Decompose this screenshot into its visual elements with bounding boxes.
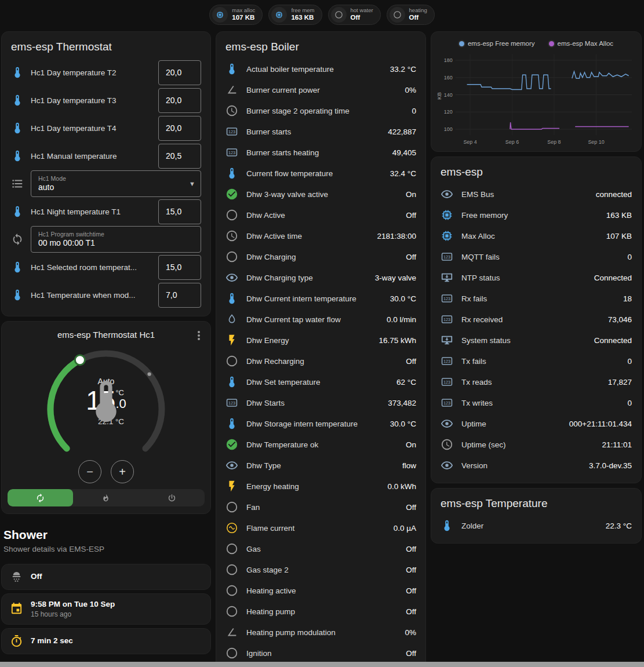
hc1-day-temperature-t4-input[interactable] xyxy=(158,116,201,141)
boiler-row-dhw-set-temperature[interactable]: Dhw Set temperature62 °C xyxy=(225,371,416,392)
boiler-row-dhw-3-way-valve-active[interactable]: Dhw 3-way valve activeOn xyxy=(225,184,416,205)
badge-free-mem[interactable]: free mem163 KB xyxy=(268,5,322,25)
emsesp-row-mqtt-fails[interactable]: 123MQTT fails0 xyxy=(441,246,632,267)
boiler-row-burner-starts-heating[interactable]: 123Burner starts heating49,405 xyxy=(225,142,416,163)
temperature-row-zolder[interactable]: Zolder22.3 °C xyxy=(441,515,632,536)
badge-hot-water[interactable]: hot waterOff xyxy=(328,5,381,25)
emsesp-row-uptime[interactable]: Uptime000+21:11:01.434 xyxy=(441,413,632,434)
boiler-row-ignition[interactable]: IgnitionOff xyxy=(225,643,416,664)
hc1-temperature-when-mod-input[interactable] xyxy=(158,283,201,308)
entity-label: Hc1 Night temperature T1 xyxy=(31,207,151,216)
boiler-row-dhw-charging-type[interactable]: Dhw Charging type3-way valve xyxy=(225,267,416,288)
svg-text:180: 180 xyxy=(444,57,453,63)
hc1-night-temperature-t1-input[interactable] xyxy=(158,199,201,224)
boiler-row-flame-current[interactable]: Flame current0.0 µA xyxy=(225,517,416,538)
thermostat-row-hc1-day-temperature-t4: Hc1 Day temperature T4 xyxy=(11,114,201,142)
emsesp-row-tx-fails[interactable]: 123Tx fails0 xyxy=(441,351,632,371)
entity-value: 0 xyxy=(627,399,632,407)
hvac-mode-off-button[interactable] xyxy=(139,489,205,506)
shower-card-subtitle: 15 hours ago xyxy=(31,610,115,618)
autorenew-icon xyxy=(35,493,45,503)
boiler-row-gas-stage-2[interactable]: Gas stage 2Off xyxy=(225,559,416,580)
badge-label: max alloc xyxy=(232,8,255,14)
shower-card-7-min-2-sec[interactable]: 7 min 2 sec xyxy=(1,628,211,654)
boiler-row-dhw-temperature-ok[interactable]: Dhw Temperature okOn xyxy=(225,434,416,455)
hc1-mode-select[interactable]: Hc1 Modeauto▼ xyxy=(31,170,201,197)
badge-heating[interactable]: heatingOff xyxy=(387,5,435,25)
angle-icon xyxy=(225,83,238,96)
circle-outline-icon xyxy=(225,355,238,367)
legend-item-ems-esp-max-alloc[interactable]: ems-esp Max Alloc xyxy=(549,40,614,47)
boiler-row-burner-starts[interactable]: 123Burner starts422,887 xyxy=(225,121,416,142)
boiler-row-dhw-storage-intern-temperature[interactable]: Dhw Storage intern temperature30.0 °C xyxy=(225,413,416,434)
thermostat-row-hc1-day-temperature-t2: Hc1 Day temperature T2 xyxy=(11,59,201,86)
emsesp-row-system-status[interactable]: System statusConnected xyxy=(441,330,632,351)
boiler-row-heating-pump-modulation[interactable]: Heating pump modulation0% xyxy=(225,622,416,643)
emsesp-row-ems-bus[interactable]: EMS Busconnected xyxy=(441,184,632,205)
boiler-row-burner-current-power[interactable]: Burner current power0% xyxy=(225,79,416,100)
entity-label: Dhw Active xyxy=(246,211,398,220)
horizontal-scrollbar[interactable] xyxy=(0,662,644,667)
dashboard: ems-esp Thermostat Hc1 Day temperature T… xyxy=(0,31,644,667)
hc1-day-temperature-t3-input[interactable] xyxy=(158,88,201,113)
entity-label: Gas xyxy=(246,545,398,553)
boiler-row-burner-stage-2-operating-time[interactable]: Burner stage 2 operating time0 xyxy=(225,100,416,121)
shower-card-off[interactable]: Off xyxy=(1,564,211,590)
emsesp-row-tx-reads[interactable]: 123Tx reads17,827 xyxy=(441,371,632,392)
emsesp-row-tx-writes[interactable]: 123Tx writes0 xyxy=(441,392,632,413)
thermometer-icon xyxy=(11,94,24,107)
boiler-row-dhw-active-time[interactable]: Dhw Active time2181:38:00 xyxy=(225,225,416,246)
emsesp-row-ntp-status[interactable]: NTP statusConnected xyxy=(441,267,632,288)
more-menu-icon[interactable] xyxy=(192,329,206,342)
thermostat-dial[interactable]: Auto 15 °C .0 22.1 °C xyxy=(38,343,174,480)
thermostat-settings-card: ems-esp Thermostat Hc1 Day temperature T… xyxy=(1,31,211,316)
emsesp-row-max-alloc[interactable]: Max Alloc107 KB xyxy=(441,225,632,246)
temperature-decrease-button[interactable]: − xyxy=(78,460,101,483)
boiler-row-dhw-active[interactable]: Dhw ActiveOff xyxy=(225,205,416,225)
emsesp-row-rx-received[interactable]: 123Rx received73,046 xyxy=(441,309,632,330)
boiler-row-dhw-starts[interactable]: 123Dhw Starts373,482 xyxy=(225,392,416,413)
boiler-row-dhw-current-intern-temperature[interactable]: Dhw Current intern temperature30.0 °C xyxy=(225,288,416,309)
entity-label: Dhw Recharging xyxy=(246,357,398,366)
entity-value: Off xyxy=(406,545,416,553)
thermometer-icon xyxy=(11,261,24,274)
emsesp-row-uptime-sec[interactable]: Uptime (sec)21:11:01 xyxy=(441,434,632,455)
shower-card-9-58-pm-on-tue-10-sep[interactable]: 9:58 PM on Tue 10 Sep15 hours ago xyxy=(1,593,211,625)
svg-text:123: 123 xyxy=(443,296,450,301)
flash-icon xyxy=(225,334,238,347)
entity-label: EMS Bus xyxy=(461,190,588,199)
hvac-mode-auto-button[interactable] xyxy=(8,489,73,506)
boiler-row-dhw-current-tap-water-flow[interactable]: Dhw Current tap water flow0.0 l/min xyxy=(225,309,416,330)
entity-label: Rx fails xyxy=(461,294,615,303)
hc1-program-switchtime-field[interactable]: Hc1 Program switchtime00 mo 00:00 T1 xyxy=(31,226,201,253)
emsesp-row-rx-fails[interactable]: 123Rx fails18 xyxy=(441,288,632,309)
emsesp-row-version[interactable]: Version3.7.0-dev.35 xyxy=(441,455,632,476)
hc1-manual-temperature-input[interactable] xyxy=(158,144,201,169)
boiler-row-dhw-type[interactable]: Dhw Typeflow xyxy=(225,455,416,476)
boiler-row-heating-pump[interactable]: Heating pumpOff xyxy=(225,601,416,622)
boiler-row-dhw-recharging[interactable]: Dhw RechargingOff xyxy=(225,351,416,371)
eye-icon xyxy=(441,459,453,472)
legend-item-ems-esp-free-memory[interactable]: ems-esp Free memory xyxy=(459,40,535,47)
emsesp-row-free-memory[interactable]: Free memory163 KB xyxy=(441,205,632,225)
boiler-row-actual-boiler-temperature[interactable]: Actual boiler temperature33.2 °C xyxy=(225,59,416,79)
badge-value: Off xyxy=(409,14,427,21)
temperature-increase-button[interactable]: + xyxy=(111,460,134,483)
hc1-selected-room-temperat-input[interactable] xyxy=(158,255,201,280)
boiler-row-dhw-charging[interactable]: Dhw ChargingOff xyxy=(225,246,416,267)
entity-label: Dhw Set temperature xyxy=(246,378,388,387)
entity-value: 49,405 xyxy=(392,148,416,157)
hc1-day-temperature-t2-input[interactable] xyxy=(158,60,201,85)
hvac-mode-heat-button[interactable] xyxy=(73,489,139,506)
boiler-row-energy-heating[interactable]: Energy heating0.0 kWh xyxy=(225,476,416,497)
boiler-row-dhw-energy[interactable]: Dhw Energy16.75 kWh xyxy=(225,330,416,351)
boiler-row-gas[interactable]: GasOff xyxy=(225,538,416,559)
boiler-row-fan[interactable]: FanOff xyxy=(225,497,416,517)
boiler-row-heating-active[interactable]: Heating activeOff xyxy=(225,580,416,601)
check-circle-icon xyxy=(225,188,238,201)
badge-max-alloc[interactable]: max alloc107 KB xyxy=(209,5,263,25)
boiler-row-current-flow-temperature[interactable]: Current flow temperature32.4 °C xyxy=(225,163,416,184)
thermometer-icon xyxy=(225,292,238,305)
field-value: 00 mo 00:00 T1 xyxy=(38,238,185,249)
shower-section: Shower Shower details via EMS-ESP xyxy=(1,519,211,559)
